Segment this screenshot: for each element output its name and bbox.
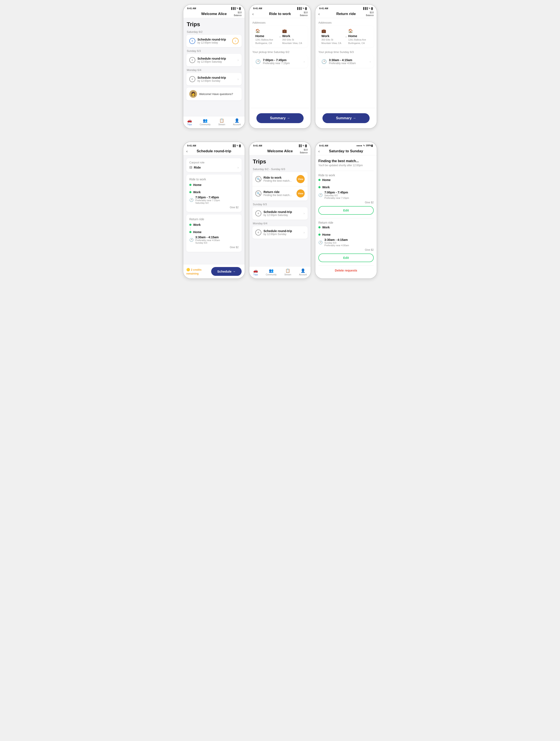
- edit-btn-return[interactable]: Edit: [319, 254, 374, 262]
- time-main-sat-r: 3:30am - 4:15am: [325, 238, 349, 242]
- address-row-return: 💼 Work 350 Ellis St Mountain View, CA › …: [319, 26, 374, 47]
- trip-sun63[interactable]: + Schedule round-trip by 12:00pm Saturda…: [186, 54, 241, 66]
- schedule-icon-sun63-updated: +: [255, 210, 261, 216]
- route-time-sub-return: Preferably near 4:00am: [195, 239, 220, 242]
- stop-name-home-sat-r: Home: [322, 233, 331, 237]
- back-btn-sat-sun[interactable]: ‹: [319, 149, 320, 153]
- nav-community-5[interactable]: 👥 Community: [266, 268, 277, 276]
- time-card-return[interactable]: 🕐 3:30am - 4:15am Preferably near 4:00am…: [319, 55, 374, 68]
- nav-account[interactable]: 👤 Account: [233, 118, 241, 126]
- nav-account-5[interactable]: 👤 Account: [299, 268, 307, 276]
- back-btn-return[interactable]: ‹: [319, 12, 320, 16]
- trip-sat62[interactable]: + Schedule round-trip by 12:00pm today ›: [186, 35, 241, 47]
- wifi-icon-6: ∿: [363, 144, 365, 147]
- trip-info-mon64-updated: Schedule round-trip by 12:00pm Sunday: [264, 229, 301, 236]
- nav-community[interactable]: 👥 Community: [200, 118, 211, 126]
- trip-sub-mon64: by 12:00pm Sunday: [198, 79, 235, 82]
- route-date-return: Sunday 6/3: [195, 242, 220, 244]
- route-card-return: Return ride Work Home 🕐 3:30am - 4:15am: [186, 214, 241, 252]
- route-time-info-return: 3:30am - 4:15am Preferably near 4:00am S…: [195, 235, 220, 244]
- signal-icon-2: ▐▐▐: [296, 7, 301, 10]
- route-line-sat-1: [319, 183, 322, 186]
- trip-return-finding[interactable]: 🔍 Return ride Finding the best match... …: [252, 186, 308, 201]
- time-main-return: 3:30am - 4:15am: [329, 58, 367, 62]
- clock-icon-sat-r: 🕐: [319, 241, 323, 245]
- account-nav-label-5: Account: [299, 273, 307, 276]
- signal-icon-6: ●●●●: [357, 144, 362, 147]
- header-return-ride: ‹ Return ride $10 Balance: [316, 10, 377, 18]
- delete-section: Delete requests: [319, 266, 374, 275]
- addresses-label-ride: Addresses: [252, 21, 308, 24]
- trips-nav-label-5: Trips: [253, 273, 258, 276]
- trip-sun63-updated[interactable]: + Schedule round-trip by 12:00pm Saturda…: [252, 207, 308, 220]
- account-nav-label: Account: [233, 123, 241, 126]
- battery-icon-5: ▓: [305, 144, 307, 147]
- back-btn-ride[interactable]: ‹: [252, 12, 254, 16]
- stream-nav-icon: 📋: [219, 118, 224, 123]
- summary-btn-ride[interactable]: Summary →: [257, 113, 303, 123]
- trip-ride-to-work-finding[interactable]: 🔍 Ride to work Finding the best match...…: [252, 172, 308, 186]
- work-icon-ride: 💼: [282, 28, 305, 33]
- summary-btn-return[interactable]: Summary →: [323, 113, 369, 123]
- nav-trips[interactable]: 🚗 Trips: [187, 118, 192, 126]
- route-time-main-return: 3:30am - 4:15am: [195, 235, 220, 239]
- from-line1-ride: 1261 Balboa Ave: [255, 38, 278, 41]
- stop-name-home-r: Home: [193, 230, 202, 234]
- trip-mon64[interactable]: + Schedule round-trip by 12:00pm Sunday …: [186, 73, 241, 85]
- schedule-button[interactable]: Schedule →: [211, 267, 241, 276]
- phone-schedule-roundtrip: 9:41 AM ▐▐ ∿ ▓ ‹ Schedule round-trip Car…: [183, 142, 245, 279]
- status-bar-2: 9:41 AM ▐▐▐ ∿ ▓: [249, 5, 311, 10]
- header-title-schedule: Schedule round-trip: [197, 149, 231, 153]
- stream-nav-label: Stream: [218, 123, 225, 126]
- edit-btn-work[interactable]: Edit: [319, 206, 374, 215]
- trip-mon64-updated[interactable]: + Schedule round-trip by 12:00pm Sunday …: [252, 226, 308, 239]
- phone-return-ride: 9:41 AM ▐▐▐ ∿ ▓ ‹ Return ride $10 Balanc…: [315, 4, 377, 129]
- time-card-ride[interactable]: 🕐 7:00pm - 7:45pm Preferably near 7:15pm…: [252, 55, 308, 68]
- trips-nav-icon: 🚗: [187, 118, 192, 123]
- from-line2-return: Mountain View, CA: [322, 42, 344, 45]
- carpool-value-text: Ride: [194, 165, 201, 169]
- balance-return: $10 Balance: [366, 11, 374, 17]
- carpool-label: Carpool role: [189, 161, 238, 164]
- view-badge-ride[interactable]: View: [296, 175, 305, 183]
- section-sun63-updated: Sunday 6/3: [252, 203, 308, 206]
- delete-requests-btn[interactable]: Delete requests: [319, 266, 374, 275]
- stop-work: Work: [189, 191, 238, 194]
- stop-home-return: Home: [189, 230, 238, 234]
- carpool-section: Carpool role ⊟ Ride ›: [186, 158, 241, 172]
- back-btn-schedule[interactable]: ‹: [186, 149, 188, 153]
- header-ride-to-work: ‹ Ride to work $10 Balance: [249, 10, 311, 18]
- ride-content: Addresses 🏠 Home 1261 Balboa Ave Burling…: [249, 18, 311, 108]
- stop-home-sat-r: Home: [319, 233, 374, 237]
- community-nav-label-5: Community: [266, 273, 277, 276]
- stop-dot-work-sat-r: [319, 226, 321, 228]
- route-pref-return: Preferably near 4:00am: [195, 239, 220, 242]
- status-bar-3: 9:41 AM ▐▐▐ ∿ ▓: [316, 5, 377, 10]
- trips-nav-label: Trips: [187, 123, 192, 126]
- to-name-return: Home: [348, 34, 371, 38]
- ride-section-title-work: Ride to work: [319, 174, 374, 177]
- arrow-sat62: ›: [232, 38, 238, 44]
- clock-icon-return-r: 🕐: [189, 238, 194, 242]
- ride-section-title-return: Return ride: [319, 221, 374, 224]
- trips-title: Trips: [186, 21, 241, 28]
- nav-stream-5[interactable]: 📋 Stream: [284, 268, 291, 276]
- view-badge-return[interactable]: View: [296, 189, 305, 198]
- nav-trips-5[interactable]: 🚗 Trips: [253, 268, 258, 276]
- bottom-nav-5: 🚗 Trips 👥 Community 📋 Stream 👤 Account: [249, 266, 311, 278]
- status-time-3: 9:41 AM: [319, 7, 328, 10]
- home-icon-return: 🏠: [348, 28, 371, 33]
- route-time-sat: 🕐 7:00pm - 7:45pm Saturday 6/2 Preferabl…: [319, 191, 374, 199]
- route-line-2: [190, 227, 192, 230]
- balance-trips-updated: $10 Balance: [300, 148, 308, 154]
- schedule-content: Carpool role ⊟ Ride › Ride to work Home: [183, 155, 244, 264]
- stop-dot-home: [189, 184, 192, 186]
- stop-name-home-sat: Home: [322, 178, 331, 182]
- route-line-1: [190, 188, 192, 191]
- nav-stream[interactable]: 📋 Stream: [218, 118, 225, 126]
- status-icons-6: ●●●● ∿ 100%▓: [357, 144, 373, 147]
- row-1: 9:41 AM ▐▐▐ ∿ ▓ Welcome Alice $10 Balanc…: [4, 4, 556, 129]
- stop-work-sat: Work: [319, 186, 374, 189]
- stop-name-work-sat-r: Work: [322, 226, 330, 229]
- signal-icon: ▐▐▐: [230, 7, 235, 10]
